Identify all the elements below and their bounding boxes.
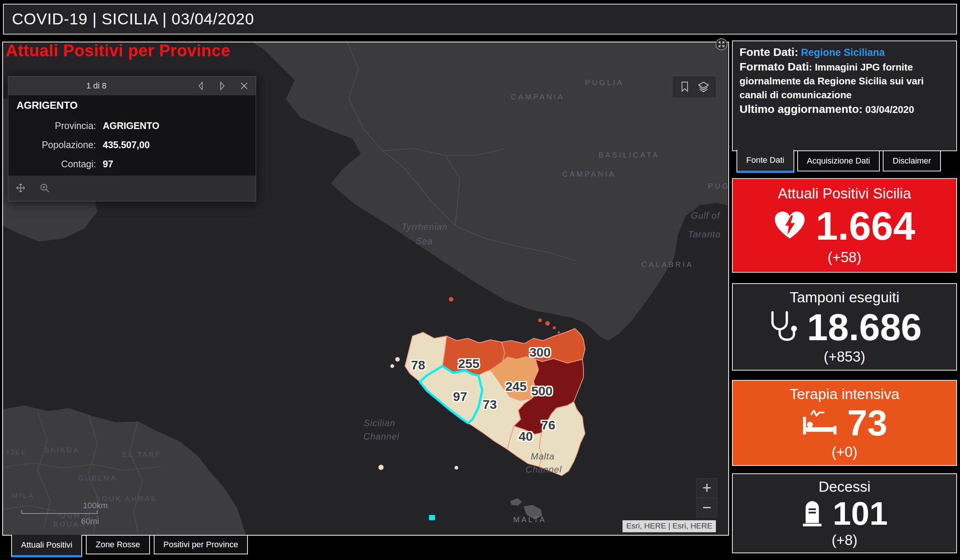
- ultimo-aggiornamento-value: 03/04/2020: [866, 104, 914, 115]
- province-count-enna: 245: [506, 379, 527, 394]
- zoom-in-button[interactable]: +: [697, 478, 717, 498]
- heart-cardiogram-icon: [774, 210, 806, 242]
- map-label-channel-2: Channel: [526, 464, 562, 475]
- card-delta: (+0): [832, 444, 858, 460]
- popup-prev-button[interactable]: [195, 80, 206, 92]
- popup-body: AGRIGENTO Provincia: AGRIGENTO Popolazio…: [8, 95, 256, 176]
- province-count-catania: 500: [531, 384, 553, 398]
- province-count-messina: 300: [530, 345, 551, 360]
- popup-feature-title: AGRIGENTO: [16, 100, 248, 111]
- info-tab-bar: Fonte Dati Acquisizione Dati Disclaimer: [736, 150, 941, 173]
- province-count-palermo: 255: [458, 356, 480, 371]
- province-count-siracusa: 76: [541, 418, 555, 432]
- bookmark-button[interactable]: [678, 81, 691, 93]
- tab-zone-rosse[interactable]: Zone Rosse: [86, 535, 150, 554]
- card-delta: (+58): [828, 250, 861, 266]
- map-label-ijel: IJEL: [7, 448, 27, 456]
- scale-bar: [21, 513, 98, 514]
- card-attuali-positivi: Attuali Positivi Sicilia 1.664 (+58): [732, 178, 957, 273]
- layers-button[interactable]: [697, 81, 710, 93]
- popup-close-button[interactable]: [238, 80, 250, 92]
- map-label-el-tarf: EL TARF: [122, 450, 161, 459]
- map-label-skikda: SKIKDA: [44, 446, 80, 454]
- stethoscope-icon: [767, 310, 797, 344]
- tombstone-icon: [802, 499, 823, 528]
- map-label-taranto: Taranto: [688, 229, 721, 240]
- map-label-guelma: GUELMA: [78, 474, 117, 482]
- map-label-mila: MILA: [12, 492, 35, 500]
- card-delta: (+8): [832, 532, 858, 548]
- popup-field-label: Popolazione:: [16, 139, 96, 150]
- tab-positivi-per-province[interactable]: Positivi per Province: [154, 535, 248, 554]
- app-title: COVID-19 | SICILIA | 03/04/2020: [12, 10, 254, 28]
- popup-field-label: Contagi:: [16, 158, 96, 170]
- tab-acquisizione-dati[interactable]: Acquisizione Dati: [797, 150, 880, 171]
- map-label-malta-ch: Malta: [531, 451, 555, 462]
- popup-next-button[interactable]: [217, 80, 228, 92]
- card-value: 101: [833, 497, 888, 530]
- fonte-dati-label: Fonte Dati:: [739, 46, 798, 58]
- map-label-sea: Sea: [416, 236, 433, 246]
- map-panel: PUGLIA CAMPANIA BASILICATA CAMPANIA PUGL…: [2, 42, 729, 536]
- popup-header: 1 di 8: [8, 77, 256, 95]
- popup-pan-to-button[interactable]: [15, 182, 26, 194]
- popup-field-value: 435.507,00: [103, 139, 248, 150]
- popup-zoom-to-button[interactable]: [39, 182, 50, 194]
- map-label-sicilian: Sicilian: [364, 418, 395, 428]
- card-title: Attuali Positivi Sicilia: [778, 185, 911, 202]
- card-value: 18.686: [807, 308, 922, 346]
- card-value: 1.664: [816, 206, 915, 246]
- zoom-control: + −: [696, 478, 717, 517]
- map-label-basilicata: BASILICATA: [598, 151, 660, 159]
- zoom-out-button[interactable]: −: [697, 498, 717, 517]
- info-panel: Fonte Dati: Regione Siciliana Formato Da…: [732, 40, 957, 151]
- map-canvas[interactable]: PUGLIA CAMPANIA BASILICATA CAMPANIA PUGL…: [3, 42, 728, 536]
- province-shape-agrigento-selected[interactable]: [420, 366, 482, 423]
- map-label-tyrrhenian: Tyrrhenian: [402, 222, 448, 232]
- map-label-puglia-2: PUGLIA: [708, 182, 729, 190]
- expand-panel-button[interactable]: [715, 38, 728, 50]
- card-title: Tamponi eseguiti: [790, 289, 900, 306]
- province-count-ragusa: 40: [518, 429, 533, 444]
- popup-pager: 1 di 8: [8, 77, 184, 95]
- map-attribution: Esri, HERE | Esri, HERE: [622, 520, 716, 532]
- formato-dati-label: Formato Dati: [739, 61, 809, 73]
- ultimo-aggiornamento-label: Ultimo aggiornamento:: [739, 103, 862, 115]
- map-label-campania-2: CAMPANIA: [563, 170, 616, 179]
- mainland-italy-shape: [243, 42, 728, 341]
- app-header: COVID-19 | SICILIA | 03/04/2020: [3, 4, 957, 35]
- map-label-puglia: PUGLIA: [585, 78, 624, 87]
- popup-footer: [8, 176, 256, 201]
- card-tamponi-eseguiti: Tamponi eseguiti 18.686 (+853): [732, 283, 957, 371]
- map-label-malta: MALTA: [514, 515, 547, 524]
- card-title: Terapia intensiva: [790, 386, 900, 402]
- hospital-bed-icon: [802, 409, 838, 437]
- card-value: 73: [848, 405, 888, 441]
- tab-disclaimer[interactable]: Disclaimer: [883, 150, 941, 171]
- view-tab-bar: Attuali Positivi Zone Rosse Positivi per…: [11, 535, 248, 557]
- map-label-channel: Channel: [363, 431, 399, 442]
- map-label-gulf-of: Gulf of: [691, 210, 720, 221]
- popup-field-value: 97: [103, 158, 248, 170]
- map-label-campania: CAMPANIA: [511, 93, 565, 101]
- scale-mi-label: 60mi: [81, 517, 99, 526]
- card-delta: (+853): [824, 349, 866, 365]
- province-count-caltanissetta: 73: [483, 397, 497, 412]
- province-count-agrigento: 97: [453, 389, 467, 404]
- popup-field-label: Provincia:: [16, 120, 96, 131]
- tab-attuali-positivi[interactable]: Attuali Positivi: [11, 535, 82, 557]
- card-decessi: Decessi 101 (+8): [732, 474, 957, 553]
- map-label-calabria: CALABRIA: [642, 260, 694, 269]
- scale-km-label: 100km: [83, 501, 108, 510]
- tab-fonte-dati[interactable]: Fonte Dati: [736, 150, 794, 173]
- map-title: Attuali Positivi per Province: [6, 42, 230, 60]
- province-count-trapani: 78: [411, 358, 425, 373]
- fonte-dati-link[interactable]: Regione Siciliana: [801, 47, 885, 58]
- map-widget-bar: [672, 76, 716, 98]
- feature-popup: 1 di 8 AGRIGENTO Provincia: AGRIGENTO Po…: [8, 76, 256, 202]
- card-terapia-intensiva: Terapia intensiva 73 (+0): [732, 380, 957, 466]
- selected-island-marker: [429, 515, 435, 520]
- card-title: Decessi: [819, 478, 871, 495]
- popup-field-value: AGRIGENTO: [103, 120, 248, 131]
